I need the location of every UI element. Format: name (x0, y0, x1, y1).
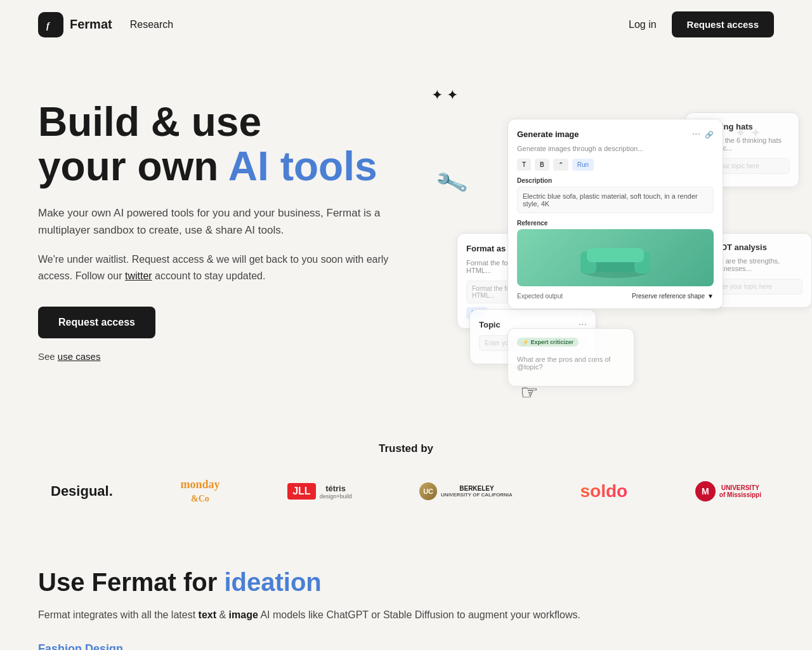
berkeley-name: BERKELEY (441, 485, 513, 492)
logo-jll: JLL tétris design+build (287, 483, 351, 500)
use-title-highlight: ideation (224, 568, 321, 596)
criticizer-tag: ⚡ Expert criticizer (517, 338, 579, 347)
nav-left: f Fermat Research (38, 12, 173, 37)
ref-label: Reference (517, 220, 714, 227)
hero-content: Build & use your own AI tools Make your … (38, 87, 393, 392)
mockup-container: Format as HTML ··· Format the following … (457, 106, 799, 385)
chevron-down-icon: ▼ (707, 293, 714, 300)
reference-image (517, 229, 714, 286)
hero-title: Build & use your own AI tools (38, 100, 393, 189)
waitlist-text2: account to stay updated. (152, 270, 266, 281)
umiss-name1: UNIVERSITY (719, 484, 761, 491)
twitter-link[interactable]: twitter (125, 270, 152, 281)
use-cases-link[interactable]: use cases (58, 351, 101, 362)
jll-badge: JLL (287, 483, 315, 500)
umiss-name2: of Mississippi (719, 491, 761, 498)
main-card-title: Generate image (517, 129, 579, 139)
nav-right: Log in Request access (629, 11, 774, 37)
logo-icon: f (38, 12, 63, 37)
main-card-dots: ··· (692, 128, 700, 139)
nav-research[interactable]: Research (130, 19, 173, 30)
use-title-plain: Use Fermat for (38, 568, 224, 596)
tetris-text: tétris (320, 484, 352, 493)
logo-desigual: Desigual. (51, 483, 113, 500)
output-value: Preserve reference shape (632, 293, 705, 300)
use-section-title: Use Fermat for ideation (38, 568, 774, 597)
logo-text: Fermat (70, 17, 112, 32)
request-access-button-hero[interactable]: Request access (38, 307, 155, 338)
desc-label: Description (517, 177, 714, 184)
trusted-section: Trusted by Desigual. monday&Co JLL tétri… (0, 417, 812, 536)
see-label: See (38, 351, 58, 362)
umiss-seal: M (695, 481, 716, 501)
main-run-button[interactable]: Run (572, 159, 594, 171)
main-card: Generate image ··· 🔗 Generate images thr… (508, 119, 723, 309)
hero-mockup: ✦ ✦ ✦ ✦ Format as HTML ··· Format the fo… (419, 87, 812, 417)
logo-soldo: soldo (580, 481, 628, 501)
criticizer-card: ⚡ Expert criticizer What are the pros an… (508, 328, 634, 387)
berkeley-sub: UNIVERSITY OF CALIFORNIA (441, 492, 513, 498)
svg-rect-6 (587, 248, 644, 262)
logo[interactable]: f Fermat (38, 12, 112, 37)
topic-card-title: Topic (479, 320, 501, 329)
see-use-cases: See use cases (38, 351, 393, 362)
category-fashion[interactable]: Fashion Design (38, 642, 774, 650)
use-section-desc: Fermat integrates with all the latest te… (38, 607, 774, 623)
main-card-subtitle: Generate images through a description... (517, 145, 714, 152)
hero-title-highlight: AI tools (228, 143, 377, 189)
logos-row: Desigual. monday&Co JLL tétris design+bu… (38, 478, 774, 505)
toolbar-b-btn[interactable]: B (535, 159, 549, 171)
desc-value: Electric blue sofa, plastic material, so… (517, 187, 714, 213)
use-categories: Fashion Design Creative Writing (38, 642, 774, 650)
use-section: Use Fermat for ideation Fermat integrate… (0, 536, 812, 650)
logo-berkeley: UC BERKELEY UNIVERSITY OF CALIFORNIA (419, 482, 513, 500)
hero-description: Make your own AI powered tools for you a… (38, 204, 393, 239)
toolbar-t-btn[interactable]: T (517, 159, 531, 171)
request-access-button-nav[interactable]: Request access (672, 11, 774, 37)
toolbar-expand-btn[interactable]: ⌃ (553, 159, 568, 171)
tetris-sub: design+build (320, 493, 352, 500)
logo-umiss: M UNIVERSITY of Mississippi (695, 481, 761, 501)
criticizer-subtitle: What are the pros and cons of @topic? (517, 355, 625, 371)
logo-monday: monday&Co (180, 478, 219, 505)
output-label: Expected output (517, 293, 563, 300)
navbar: f Fermat Research Log in Request access (0, 0, 812, 49)
berkeley-seal: UC (419, 482, 437, 500)
link-icon: 🔗 (705, 131, 714, 138)
login-button[interactable]: Log in (629, 19, 657, 30)
star-decoration-1: ✦ ✦ (431, 87, 458, 103)
hero-section: Build & use your own AI tools Make your … (0, 49, 812, 417)
trusted-title: Trusted by (38, 442, 774, 455)
hero-title-line1: Build & use (38, 99, 261, 145)
hero-title-line2-plain: your own (38, 143, 228, 189)
hero-waitlist: We're under waitlist. Request access & w… (38, 251, 393, 284)
